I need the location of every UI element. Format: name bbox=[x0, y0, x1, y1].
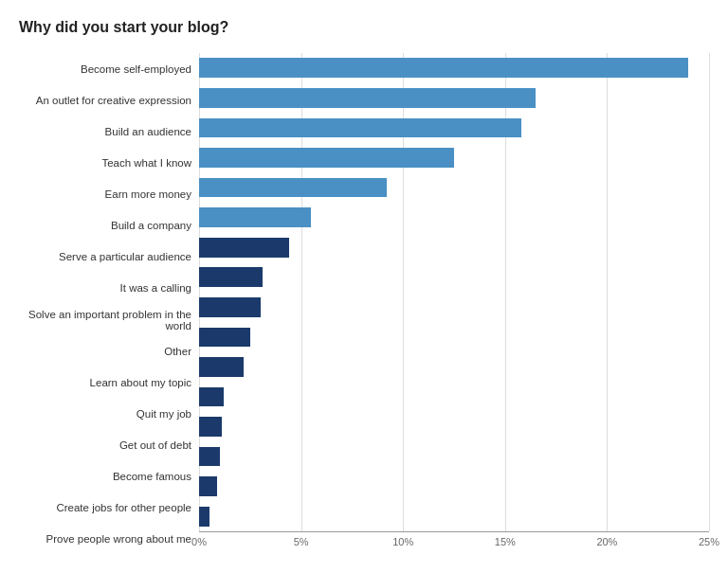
bars-inner bbox=[199, 53, 709, 532]
label-item: Serve a particular audience bbox=[9, 242, 199, 273]
bar-label: Become famous bbox=[9, 471, 191, 482]
bar bbox=[199, 328, 250, 348]
bar-row bbox=[199, 232, 709, 262]
label-item: Learn about my topic bbox=[9, 367, 199, 398]
bar bbox=[199, 507, 209, 527]
label-item: Other bbox=[9, 335, 199, 367]
label-item: An outlet for creative expression bbox=[9, 84, 199, 116]
bar-label: Get out of debt bbox=[9, 439, 191, 451]
bar-label: Teach what I know bbox=[9, 157, 191, 169]
bar bbox=[199, 58, 688, 78]
x-axis-label: 20% bbox=[596, 536, 617, 547]
bar-row bbox=[199, 53, 709, 83]
bar-label: Prove people wrong about me bbox=[9, 533, 191, 545]
bar-label: It was a calling bbox=[9, 282, 191, 294]
chart-title: Why did you start your blog? bbox=[9, 19, 709, 36]
bar-label: Build a company bbox=[9, 220, 191, 231]
label-item: Quit my job bbox=[9, 398, 199, 429]
label-item: Create jobs for other people bbox=[9, 492, 199, 524]
label-item: Teach what I know bbox=[9, 147, 199, 178]
bar-label: An outlet for creative expression bbox=[9, 95, 191, 106]
label-item: Build a company bbox=[9, 210, 199, 242]
bar-row bbox=[199, 472, 709, 502]
bar bbox=[199, 88, 536, 108]
bar-label: Solve an important problem in the world bbox=[9, 309, 191, 331]
bar-row bbox=[199, 262, 709, 293]
bar-row bbox=[199, 113, 709, 143]
bar-row bbox=[199, 382, 709, 412]
label-item: It was a calling bbox=[9, 273, 199, 304]
bar-label: Become self-employed bbox=[9, 63, 191, 75]
label-item: Prove people wrong about me bbox=[9, 524, 199, 555]
label-item: Become self-employed bbox=[9, 53, 199, 84]
x-axis: 0%5%10%15%20%25% bbox=[199, 532, 709, 555]
bar-row bbox=[199, 501, 709, 531]
bar-label: Build an audience bbox=[9, 126, 191, 137]
x-axis-label: 10% bbox=[392, 536, 413, 547]
bar-row bbox=[199, 441, 709, 472]
bar bbox=[199, 387, 224, 407]
x-axis-label: 25% bbox=[699, 536, 719, 547]
bar-label: Create jobs for other people bbox=[9, 502, 191, 513]
label-item: Earn more money bbox=[9, 179, 199, 210]
bar-label: Quit my job bbox=[9, 408, 191, 420]
bar-row bbox=[199, 352, 709, 383]
chart-body: Become self-employedAn outlet for creati… bbox=[9, 53, 709, 555]
x-axis-label: 0% bbox=[191, 536, 207, 547]
bar-row bbox=[199, 203, 709, 233]
bar-row bbox=[199, 83, 709, 114]
label-item: Get out of debt bbox=[9, 430, 199, 461]
labels-column: Become self-employedAn outlet for creati… bbox=[9, 53, 199, 555]
x-axis-label: 5% bbox=[294, 536, 309, 547]
bar bbox=[199, 118, 521, 138]
bar bbox=[199, 357, 244, 377]
bar-label: Other bbox=[9, 346, 191, 357]
x-axis-label: 15% bbox=[495, 536, 516, 547]
bar-row bbox=[199, 172, 709, 203]
bar bbox=[199, 238, 289, 258]
bar bbox=[199, 178, 387, 198]
label-item: Build an audience bbox=[9, 116, 199, 147]
bar bbox=[199, 476, 217, 496]
bar bbox=[199, 267, 263, 287]
bar-row bbox=[199, 293, 709, 323]
bar bbox=[199, 207, 311, 227]
chart-container: Why did you start your blog? Become self… bbox=[0, 0, 728, 573]
bar-label: Earn more money bbox=[9, 188, 191, 200]
label-item: Solve an important problem in the world bbox=[9, 304, 199, 335]
bar-label: Learn about my topic bbox=[9, 377, 191, 388]
label-item: Become famous bbox=[9, 461, 199, 492]
bar-label: Serve a particular audience bbox=[9, 251, 191, 262]
bar bbox=[199, 297, 261, 317]
bars-area: 0%5%10%15%20%25% bbox=[199, 53, 709, 555]
bar-row bbox=[199, 143, 709, 173]
bar-row bbox=[199, 412, 709, 442]
bar bbox=[199, 148, 454, 168]
grid-line bbox=[709, 53, 710, 531]
bar bbox=[199, 417, 222, 437]
bar bbox=[199, 447, 220, 467]
bar-row bbox=[199, 322, 709, 352]
